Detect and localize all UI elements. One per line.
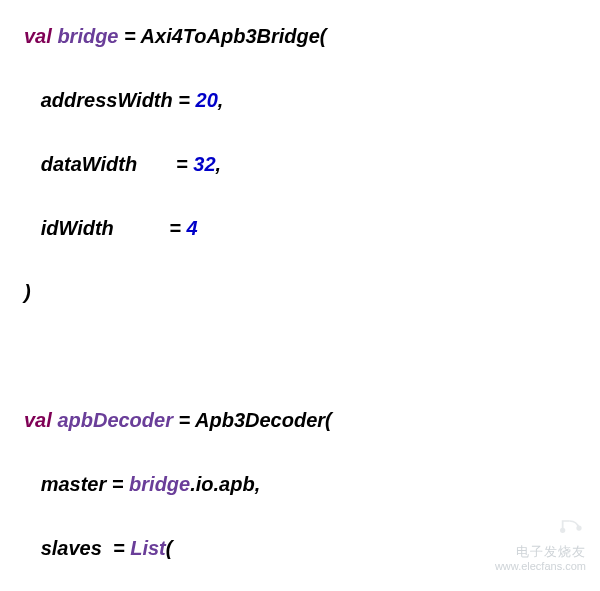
var-bridge: bridge: [57, 25, 118, 47]
code-block: val bridge = Axi4ToApb3Bridge( addressWi…: [24, 20, 576, 591]
blank-line: [24, 340, 576, 372]
ctor-bridge: Axi4ToApb3Bridge: [141, 25, 320, 47]
slaves-line: slaves = List(: [24, 532, 576, 564]
svg-point-0: [561, 529, 565, 533]
slaves-label: slaves: [41, 537, 102, 559]
param-addressWidth: addressWidth = 20,: [24, 84, 576, 116]
keyword-val: val: [24, 409, 52, 431]
decl-apbDecoder: val apbDecoder = Apb3Decoder(: [24, 404, 576, 436]
svg-point-1: [577, 526, 581, 530]
param-value: 32: [193, 153, 215, 175]
master-ref-tail: .io.apb,: [190, 473, 260, 495]
list-ctor: List: [130, 537, 166, 559]
master-label: master: [41, 473, 107, 495]
keyword-val: val: [24, 25, 52, 47]
ctor-apbDecoder: Apb3Decoder: [195, 409, 325, 431]
var-apbDecoder: apbDecoder: [57, 409, 173, 431]
master-line: master = bridge.io.apb,: [24, 468, 576, 500]
param-value: 20: [196, 89, 218, 111]
snap-icon: [558, 514, 586, 542]
param-value: 4: [187, 217, 198, 239]
param-dataWidth: dataWidth = 32,: [24, 148, 576, 180]
param-label: dataWidth: [41, 153, 137, 175]
param-label: idWidth: [41, 217, 114, 239]
watermark: 电子发烧友 www.elecfans.com: [495, 514, 586, 573]
param-idWidth: idWidth = 4: [24, 212, 576, 244]
master-ref-head: bridge: [129, 473, 190, 495]
param-label: addressWidth: [41, 89, 173, 111]
watermark-url: www.elecfans.com: [495, 560, 586, 573]
decl-bridge: val bridge = Axi4ToApb3Bridge(: [24, 20, 576, 52]
close-paren: ): [24, 276, 576, 308]
watermark-brand: 电子发烧友: [495, 544, 586, 560]
